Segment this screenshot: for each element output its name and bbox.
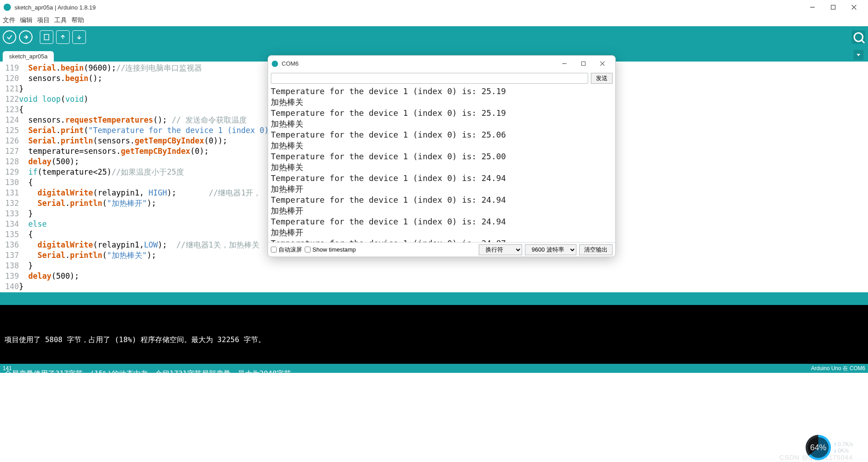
- serial-maximize-button[interactable]: [574, 57, 593, 71]
- build-console[interactable]: 项目使用了 5808 字节，占用了 (18%) 程序存储空间。最大为 32256…: [0, 305, 868, 364]
- arduino-app-icon: [272, 61, 278, 67]
- svg-line-6: [862, 40, 865, 43]
- upload-button[interactable]: [19, 30, 33, 44]
- cpu-gauge-icon: 64%: [806, 435, 831, 460]
- main-titlebar: sketch_apr05a | Arduino 1.8.19: [0, 0, 868, 14]
- menu-help[interactable]: 帮助: [71, 16, 84, 24]
- svg-rect-4: [44, 34, 49, 40]
- csdn-watermark: CSDN @qq_51175044: [779, 453, 853, 461]
- tab-sketch[interactable]: sketch_apr05a: [3, 51, 54, 62]
- tab-menu-button[interactable]: [854, 50, 863, 60]
- tab-label: sketch_apr05a: [9, 53, 47, 60]
- menu-tools[interactable]: 工具: [54, 16, 67, 24]
- save-sketch-button[interactable]: [72, 30, 86, 44]
- serial-titlebar[interactable]: COM6: [268, 56, 615, 71]
- status-left: 141: [3, 365, 12, 372]
- menu-edit[interactable]: 编辑: [20, 16, 33, 24]
- svg-marker-7: [857, 54, 860, 56]
- autoscroll-checkbox[interactable]: 自动滚屏: [271, 246, 302, 254]
- close-button[interactable]: [844, 0, 864, 14]
- svg-rect-1: [831, 5, 835, 10]
- menu-bar: 文件 编辑 项目 工具 帮助: [0, 14, 868, 26]
- new-sketch-button[interactable]: [40, 30, 53, 44]
- serial-monitor-window: COM6 发送 Temperature for the device 1 (in…: [268, 55, 616, 257]
- line-gutter: 1191201211221231241251261271281291301311…: [0, 62, 19, 292]
- svg-rect-9: [581, 62, 585, 65]
- serial-input[interactable]: [271, 73, 588, 84]
- serial-send-button[interactable]: 发送: [591, 73, 613, 84]
- status-right: Arduino Uno 在 COM6: [811, 365, 865, 372]
- maximize-button[interactable]: [823, 0, 844, 14]
- net-up: 0.7K/s: [834, 441, 853, 448]
- net-down: 0K/s: [834, 448, 853, 454]
- serial-send-row: 发送: [268, 71, 615, 85]
- timestamp-checkbox[interactable]: Show timestamp: [305, 246, 356, 253]
- arduino-app-icon: [4, 4, 11, 11]
- serial-bottom-bar: 自动滚屏 Show timestamp 换行符 9600 波特率 清空输出: [268, 242, 615, 257]
- serial-title: COM6: [282, 60, 299, 67]
- serial-minimize-button[interactable]: [555, 57, 574, 71]
- menu-file[interactable]: 文件: [3, 16, 15, 24]
- open-sketch-button[interactable]: [56, 30, 70, 44]
- network-overlay: 64% 0.7K/s 0K/s: [806, 434, 860, 461]
- baud-select[interactable]: 9600 波特率: [525, 244, 576, 255]
- console-line: 项目使用了 5808 字节，占用了 (18%) 程序存储空间。最大为 32256…: [5, 334, 863, 345]
- line-ending-select[interactable]: 换行符: [479, 244, 522, 255]
- clear-output-button[interactable]: 清空输出: [579, 244, 613, 255]
- serial-output[interactable]: Temperature for the device 1 (index 0) i…: [268, 85, 615, 242]
- toolbar: [0, 26, 868, 48]
- window-title: sketch_apr05a | Arduino 1.8.19: [14, 4, 96, 11]
- status-strip: [0, 292, 868, 305]
- serial-monitor-button[interactable]: [852, 30, 865, 44]
- verify-button[interactable]: [3, 30, 16, 44]
- serial-close-button[interactable]: [593, 57, 612, 71]
- minimize-button[interactable]: [802, 0, 823, 14]
- menu-sketch[interactable]: 项目: [37, 16, 50, 24]
